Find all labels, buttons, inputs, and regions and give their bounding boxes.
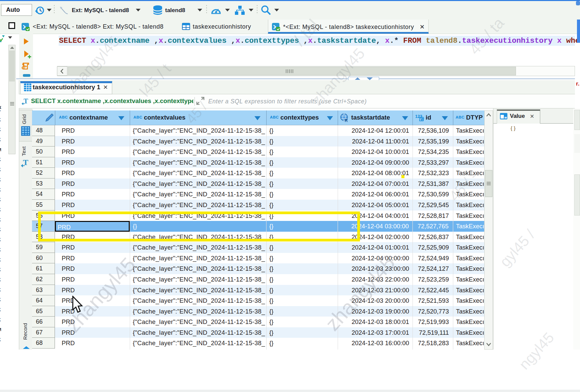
svg-text:R: R — [345, 118, 348, 122]
svg-text:W: W — [421, 117, 424, 121]
